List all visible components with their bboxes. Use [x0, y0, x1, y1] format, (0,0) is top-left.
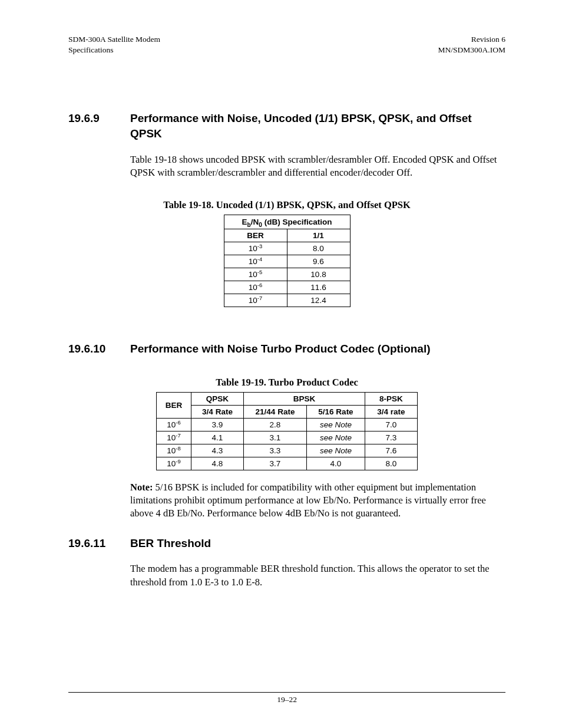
qpsk-cell: 4.3 — [191, 444, 244, 457]
ber-cell: 10-9 — [157, 457, 191, 470]
qpsk-cell: 4.8 — [191, 457, 244, 470]
header-product: SDM-300A Satellite Modem — [68, 34, 160, 45]
section-number: 19.6.11 — [68, 536, 130, 551]
ber-cell: 10-5 — [224, 268, 287, 281]
section-1969-intro: Table 19-18 shows uncoded BPSK with scra… — [130, 153, 505, 180]
table-19-col-ber: BER — [157, 392, 191, 418]
section-19611-body: The modem has a programmable BER thresho… — [130, 562, 505, 589]
table-18-col-ber: BER — [224, 229, 287, 242]
value-cell: 12.4 — [287, 294, 350, 307]
section-title: Performance with Noise, Uncoded (1/1) BP… — [130, 111, 505, 141]
table-19-sub-b2: 5/16 Rate — [307, 405, 365, 418]
table-19-caption: Table 19-19. Turbo Product Codec — [68, 377, 505, 388]
bpsk-516-cell: 4.0 — [307, 457, 365, 470]
value-cell: 11.6 — [287, 281, 350, 294]
header-section: Specifications — [68, 45, 160, 55]
table-19-sub-b1: 21/44 Rate — [244, 405, 307, 418]
section-head-19611: 19.6.11 BER Threshold — [68, 536, 505, 551]
table-19-sub-8p: 3/4 rate — [365, 405, 418, 418]
table-18-spec-header: Eb/N0 (dB) Specification — [224, 215, 350, 229]
table-row: 10-611.6 — [224, 281, 350, 294]
section-number: 19.6.9 — [68, 111, 130, 141]
table-row: 10-712.4 — [224, 294, 350, 307]
page-number: 19–22 — [277, 695, 297, 704]
qpsk-cell: 3.9 — [191, 418, 244, 431]
ber-cell: 10-3 — [224, 242, 287, 255]
table-row: 10-84.33.3see Note7.6 — [157, 444, 418, 457]
8psk-cell: 7.6 — [365, 444, 418, 457]
bpsk-516-cell: see Note — [307, 431, 365, 444]
section-title: BER Threshold — [130, 536, 505, 551]
table-19: BER QPSK BPSK 8-PSK 3/4 Rate 21/44 Rate … — [156, 392, 418, 470]
table-19-note: Note: 5/16 BPSK is included for compatib… — [130, 481, 505, 521]
page-footer: 19–22 — [68, 692, 505, 704]
value-cell: 9.6 — [287, 255, 350, 268]
table-19-head-qpsk: QPSK — [191, 392, 244, 405]
table-18: Eb/N0 (dB) Specification BER 1/1 10-38.0… — [224, 215, 351, 307]
header-docid: MN/SDM300A.IOM — [438, 45, 505, 55]
8psk-cell: 7.3 — [365, 431, 418, 444]
table-row: 10-49.6 — [224, 255, 350, 268]
ber-cell: 10-7 — [224, 294, 287, 307]
section-number: 19.6.10 — [68, 341, 130, 357]
bpsk-2144-cell: 2.8 — [244, 418, 307, 431]
8psk-cell: 8.0 — [365, 457, 418, 470]
section-head-19610: 19.6.10 Performance with Noise Turbo Pro… — [68, 341, 505, 357]
bpsk-2144-cell: 3.7 — [244, 457, 307, 470]
bpsk-2144-cell: 3.1 — [244, 431, 307, 444]
value-cell: 10.8 — [287, 268, 350, 281]
table-19-head-bpsk: BPSK — [244, 392, 365, 405]
table-row: 10-74.13.1see Note7.3 — [157, 431, 418, 444]
bpsk-516-cell: see Note — [307, 418, 365, 431]
bpsk-2144-cell: 3.3 — [244, 444, 307, 457]
value-cell: 8.0 — [287, 242, 350, 255]
page-header: SDM-300A Satellite Modem Specifications … — [68, 34, 505, 55]
section-title: Performance with Noise Turbo Product Cod… — [130, 341, 505, 357]
table-18-caption: Table 19-18. Uncoded (1/1) BPSK, QPSK, a… — [68, 199, 505, 211]
table-19-sub-qpsk: 3/4 Rate — [191, 405, 244, 418]
ber-cell: 10-7 — [157, 431, 191, 444]
qpsk-cell: 4.1 — [191, 431, 244, 444]
table-row: 10-94.83.74.08.0 — [157, 457, 418, 470]
ber-cell: 10-6 — [224, 281, 287, 294]
bpsk-516-cell: see Note — [307, 444, 365, 457]
ber-cell: 10-8 — [157, 444, 191, 457]
table-row: 10-63.92.8see Note7.0 — [157, 418, 418, 431]
section-head-1969: 19.6.9 Performance with Noise, Uncoded (… — [68, 111, 505, 141]
table-row: 10-38.0 — [224, 242, 350, 255]
header-revision: Revision 6 — [438, 34, 505, 45]
8psk-cell: 7.0 — [365, 418, 418, 431]
table-row: 10-510.8 — [224, 268, 350, 281]
ber-cell: 10-4 — [224, 255, 287, 268]
table-19-head-8psk: 8-PSK — [365, 392, 418, 405]
ber-cell: 10-6 — [157, 418, 191, 431]
table-18-col-rate: 1/1 — [287, 229, 350, 242]
